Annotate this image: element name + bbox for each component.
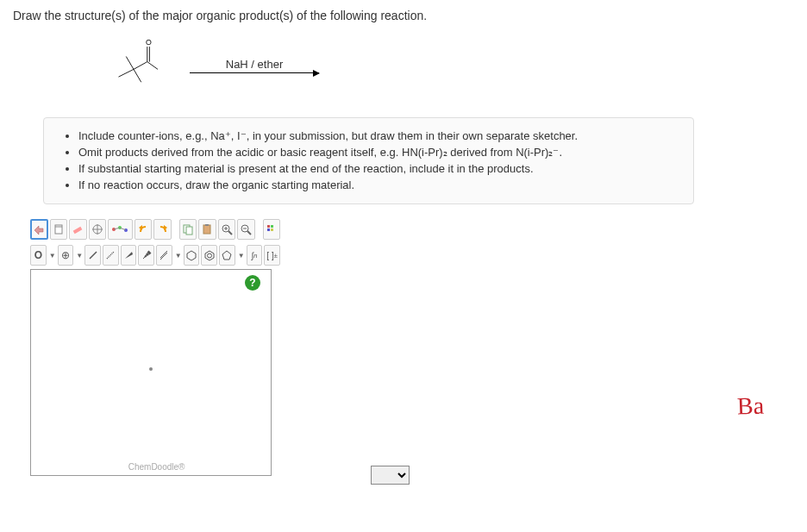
- svg-line-41: [160, 251, 167, 258]
- dashed-wedge-tool[interactable]: [138, 245, 154, 266]
- charge-tool[interactable]: ⊕: [58, 245, 74, 266]
- center-tool[interactable]: [89, 219, 106, 240]
- svg-rect-33: [271, 228, 273, 231]
- bracket-tool[interactable]: [ ]±: [264, 245, 280, 266]
- svg-point-15: [118, 226, 122, 229]
- svg-line-3: [134, 62, 147, 70]
- svg-line-38: [145, 255, 147, 257]
- erase-tool[interactable]: [69, 219, 86, 240]
- instruction-item: Omit products derived from the acidic or…: [78, 145, 678, 161]
- svg-point-11: [93, 225, 102, 234]
- instruction-item: If no reaction occurs, draw the organic …: [78, 178, 678, 194]
- reagent-label: NaH / ether: [226, 58, 283, 71]
- svg-line-2: [134, 69, 141, 82]
- svg-rect-20: [186, 227, 192, 235]
- clear-tool[interactable]: [50, 219, 67, 240]
- svg-line-1: [126, 57, 134, 70]
- chevron-down-icon[interactable]: ▼: [175, 252, 182, 260]
- svg-marker-46: [222, 251, 231, 260]
- handwritten-annotation: Ba: [736, 391, 764, 420]
- wedge-bond-tool[interactable]: [121, 245, 137, 266]
- svg-line-40: [148, 252, 150, 253]
- svg-point-27: [241, 225, 248, 232]
- svg-marker-43: [187, 251, 196, 260]
- single-bond-tool[interactable]: [84, 245, 101, 266]
- help-button[interactable]: ?: [245, 275, 260, 291]
- chevron-down-icon[interactable]: ▼: [49, 252, 56, 260]
- svg-line-35: [107, 252, 114, 259]
- double-bond-tool[interactable]: [156, 245, 172, 266]
- instruction-item: Include counter-ions, e.g., Na⁺, I⁻, in …: [78, 128, 678, 145]
- svg-line-0: [119, 69, 134, 77]
- svg-point-14: [112, 228, 116, 231]
- svg-line-28: [247, 231, 251, 235]
- clean-tool[interactable]: [108, 219, 133, 240]
- toolbar-row-2: O ▼ ⊕ ▼ ▼ ▼ ∫n [ ]±: [30, 243, 280, 267]
- svg-rect-22: [205, 224, 209, 226]
- reaction-scheme: O NaH / ether: [0, 27, 807, 104]
- svg-marker-44: [205, 251, 214, 260]
- svg-line-34: [90, 252, 97, 259]
- zoom-in-button[interactable]: [218, 219, 235, 240]
- svg-marker-36: [125, 252, 133, 259]
- zoom-out-button[interactable]: [237, 219, 254, 240]
- svg-line-24: [228, 231, 232, 235]
- svg-text:O: O: [146, 38, 152, 47]
- paste-button[interactable]: [198, 219, 216, 240]
- sketcher-container: O ▼ ⊕ ▼ ▼ ▼ ∫n [ ]± ? ChemDoodle®: [30, 217, 280, 476]
- svg-rect-32: [267, 228, 270, 231]
- svg-rect-10: [73, 227, 83, 234]
- chevron-down-icon[interactable]: ▼: [238, 252, 245, 260]
- reactant-structure: O: [103, 35, 164, 96]
- placeholder-atom[interactable]: [149, 367, 153, 371]
- benzene-tool[interactable]: [184, 245, 200, 266]
- chevron-down-icon[interactable]: ▼: [76, 252, 83, 260]
- copy-button[interactable]: [179, 219, 197, 240]
- move-tool[interactable]: [30, 219, 48, 240]
- svg-line-18: [120, 228, 126, 230]
- settings-button[interactable]: [263, 219, 280, 240]
- answer-dropdown[interactable]: [371, 466, 410, 485]
- toolbar-row-1: [30, 217, 280, 241]
- redo-button[interactable]: [153, 219, 171, 240]
- instructions-panel: Include counter-ions, e.g., Na⁺, I⁻, in …: [43, 117, 694, 204]
- svg-line-37: [143, 257, 145, 259]
- svg-line-39: [147, 253, 148, 255]
- instruction-item: If substantial starting material is pres…: [78, 161, 678, 178]
- svg-line-42: [160, 253, 167, 260]
- element-picker[interactable]: O: [30, 245, 47, 266]
- svg-rect-19: [184, 225, 190, 233]
- svg-rect-30: [267, 225, 270, 228]
- svg-point-16: [124, 228, 128, 232]
- question-prompt: Draw the structure(s) of the major organ…: [0, 0, 807, 27]
- svg-line-17: [114, 228, 120, 229]
- undo-button[interactable]: [134, 219, 152, 240]
- reaction-arrow: NaH / ether: [190, 58, 319, 73]
- watermark-label: ChemDoodle®: [128, 462, 185, 472]
- svg-point-45: [207, 253, 211, 258]
- svg-rect-31: [271, 225, 273, 228]
- drawing-canvas[interactable]: ? ChemDoodle®: [30, 269, 272, 476]
- cyclopentane-tool[interactable]: [219, 245, 235, 266]
- svg-rect-8: [55, 225, 62, 234]
- svg-rect-21: [203, 225, 210, 234]
- svg-line-6: [147, 62, 158, 70]
- chain-tool[interactable]: ∫n: [247, 245, 263, 266]
- svg-point-23: [222, 225, 229, 232]
- recessed-bond-tool[interactable]: [103, 245, 119, 266]
- cyclohexane-tool[interactable]: [201, 245, 217, 266]
